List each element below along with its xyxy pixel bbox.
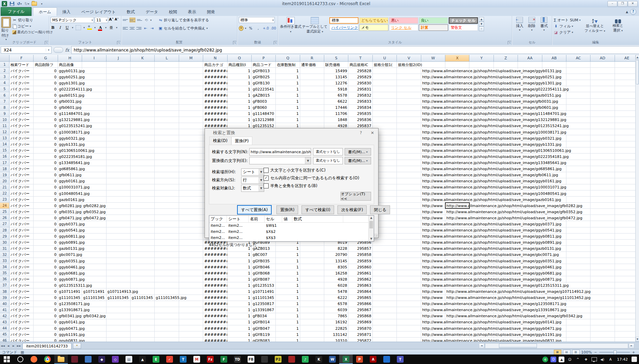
cell-K23[interactable]	[131, 197, 155, 203]
cell-W28[interactable]: http://www.allmaintenance.jp/shop/html/u…	[421, 227, 445, 234]
cell-T1[interactable]: 商品規格IC	[348, 62, 372, 68]
cell-J40[interactable]	[106, 301, 131, 307]
cell-AC43[interactable]	[566, 319, 590, 325]
cell-AC6[interactable]	[566, 92, 590, 98]
cell-Q8[interactable]: 1	[276, 105, 300, 111]
cell-V36[interactable]	[397, 276, 421, 282]
cell-W26[interactable]: http://www	[421, 215, 445, 221]
cell-L39[interactable]: g111013455.jpg	[155, 295, 179, 301]
row-header-8[interactable]: 8	[0, 105, 9, 111]
cell-AC40[interactable]	[566, 301, 590, 307]
cell-G11[interactable]: 0	[34, 123, 58, 129]
cell-G14[interactable]: 0	[34, 141, 58, 147]
cell-N37[interactable]: #########	[203, 282, 227, 288]
cell-H24[interactable]: gfb0281.jpg	[58, 203, 82, 209]
cell-V24[interactable]	[397, 203, 421, 209]
prev-sheet-icon[interactable]: ◄	[5, 344, 11, 347]
cell-AD39[interactable]	[590, 295, 615, 301]
cell-G18[interactable]: 0	[34, 166, 58, 172]
cell-H13[interactable]: ggyb0321.jpg	[58, 135, 82, 141]
cell-N42[interactable]: #########	[203, 313, 227, 319]
cell-M24[interactable]	[179, 203, 203, 209]
cell-V13[interactable]	[397, 135, 421, 141]
word-icon[interactable]: W	[326, 355, 339, 364]
cell-O7[interactable]: 1	[228, 99, 252, 105]
cell-H16[interactable]: g0222354181.jpg	[58, 154, 82, 160]
cell-style-ハイパーリンク[interactable]: ハイパーリンク	[329, 24, 359, 31]
cell-J19[interactable]	[106, 172, 131, 178]
cell-G43[interactable]: 0	[34, 319, 58, 325]
cell-AD23[interactable]	[590, 197, 615, 203]
cell-H21[interactable]: g100031071.jpg	[58, 184, 82, 190]
cell-V45[interactable]	[397, 331, 421, 338]
cell-J21[interactable]	[106, 184, 131, 190]
redo-icon[interactable]: ↻▾	[24, 1, 30, 6]
cell-K17[interactable]	[131, 160, 155, 166]
column-header-P[interactable]: P	[252, 55, 276, 62]
cell-X1[interactable]	[445, 62, 469, 68]
cell-I43[interactable]	[82, 319, 106, 325]
cell-K11[interactable]	[131, 123, 155, 129]
cell-F12[interactable]: バイクバー	[9, 129, 34, 135]
font-dialog-launcher[interactable]: ↘	[117, 41, 120, 44]
cell-AB1[interactable]	[542, 62, 566, 68]
cell-AD25[interactable]	[590, 209, 615, 215]
cell-L15[interactable]	[155, 147, 179, 154]
cell-W10[interactable]: http://www.allmaintenance.jp/shop/html/u…	[421, 117, 445, 123]
cell-P8[interactable]: gFB060	[252, 105, 276, 111]
cell-T33[interactable]: 295859	[348, 258, 372, 264]
cell-N32[interactable]: #########	[203, 252, 227, 258]
cell-F16[interactable]: バイクバー	[9, 154, 34, 160]
cell-G31[interactable]: 0	[34, 246, 58, 252]
cell-R35[interactable]	[300, 270, 324, 276]
cell-W16[interactable]: http://www.allmaintenance.jp/shop/html/u…	[421, 154, 445, 160]
cell-J9[interactable]	[106, 111, 131, 117]
gmail-icon[interactable]: M	[190, 355, 204, 364]
next-sheet-icon[interactable]: ►	[11, 344, 16, 347]
cell-F41[interactable]: バイクバー	[9, 307, 34, 313]
cell-V21[interactable]	[397, 184, 421, 190]
cell-I19[interactable]	[82, 172, 106, 178]
cell-P1[interactable]: 商品コード	[252, 62, 276, 68]
cell-AC12[interactable]	[566, 129, 590, 135]
cell-F14[interactable]: バイクバー	[9, 141, 34, 147]
cell-I23[interactable]	[82, 197, 106, 203]
cell-O38[interactable]: 1	[228, 288, 252, 295]
cell-AD4[interactable]	[590, 80, 615, 86]
cell-T45[interactable]: 295871	[348, 331, 372, 338]
cell-Q42[interactable]: 1	[276, 313, 300, 319]
cell-M15[interactable]	[179, 147, 203, 154]
save-icon[interactable]	[9, 1, 15, 6]
cell-H36[interactable]: ggyb0871.jpg	[58, 276, 82, 282]
ribbon-tab-挿入[interactable]: 挿入	[57, 8, 76, 16]
cell-M42[interactable]	[179, 313, 203, 319]
list-header-シート[interactable]: シート	[227, 216, 249, 222]
cell-AD13[interactable]	[590, 135, 615, 141]
cell-F45[interactable]: バイクバー	[9, 331, 34, 338]
cell-AC35[interactable]	[566, 270, 590, 276]
cell-L30[interactable]	[155, 240, 179, 246]
increase-indent-icon[interactable]: ⇥	[150, 26, 154, 31]
cell-G25[interactable]: 0	[34, 209, 58, 215]
cell-J22[interactable]	[106, 190, 131, 197]
cell-W3[interactable]: http://www.allmaintenance.jp/shop/html/u…	[421, 74, 445, 80]
cell-M16[interactable]	[179, 154, 203, 160]
row-header-10[interactable]: 10	[0, 117, 9, 123]
cell-J5[interactable]	[106, 86, 131, 92]
autosum-button[interactable]: Σオート SUM▾	[554, 17, 581, 23]
decrease-indent-icon[interactable]: ⇤	[143, 26, 148, 31]
row-header-20[interactable]: 20	[0, 178, 9, 184]
row-header-44[interactable]: 44	[0, 325, 9, 331]
row-header-5[interactable]: 5	[0, 86, 9, 92]
cell-AD31[interactable]	[590, 246, 615, 252]
cell-style-チェック セル[interactable]: チェック セル	[449, 17, 478, 24]
keyboard-app-icon[interactable]: K	[312, 355, 326, 364]
cell-V10[interactable]	[397, 117, 421, 123]
cell-J30[interactable]	[106, 240, 131, 246]
cell-L24[interactable]	[155, 203, 179, 209]
cell-U43[interactable]	[373, 319, 397, 325]
fx-icon[interactable]: fx	[65, 47, 69, 53]
cell-U42[interactable]	[373, 313, 397, 319]
row-header-17[interactable]: 17	[0, 160, 9, 166]
cell-F43[interactable]: バイクバー	[9, 319, 34, 325]
